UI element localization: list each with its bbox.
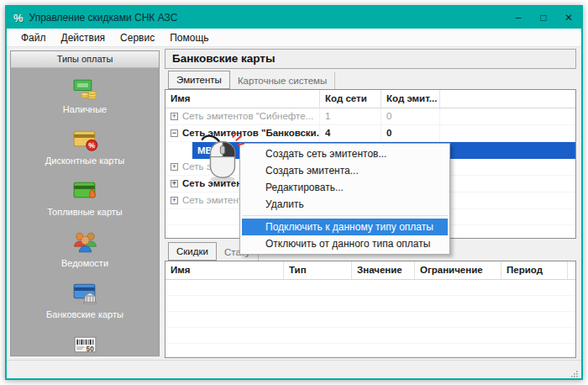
context-menu-item-create-network[interactable]: Создать сеть эмитентов... [240,145,449,162]
people-icon [71,229,99,256]
discount-card-icon: % [71,126,99,154]
emitters-tabstrip: Эмитенты Карточные системы [165,71,576,89]
discounts-table-header: Имя Тип Значение Ограничение Период [165,261,575,280]
collapse-icon[interactable]: − [171,129,178,137]
minimize-button[interactable]: – [506,7,531,29]
sidebar-item-discount-cards[interactable]: % Дисконтные карты [11,124,159,169]
tree-row-label: Сеть эмитентов "Сибнефте... [182,111,313,121]
expand-icon[interactable]: + [171,197,178,204]
tab-discounts[interactable]: Скидки [168,242,217,261]
svg-text:50: 50 [86,345,94,353]
fuel-card-icon [71,177,99,205]
emitters-table-header: Имя Код сети Код эмит... [165,90,575,108]
titlebar: % Управление скидками СНК АЗС – □ ✕ [7,7,581,29]
expand-icon[interactable]: + [171,163,178,171]
svg-text:%: % [88,141,95,150]
sidebar-items: Наличные % Дисконтные карты [11,68,159,381]
tree-indent [165,142,192,159]
sidebar-item-cash[interactable]: Наличные [11,73,159,118]
column-header-empty [440,90,575,108]
sidebar-item-label: Банковские карты [46,309,123,319]
column-header-name[interactable]: Имя [165,90,320,108]
sidebar-item-bank-cards[interactable]: Банковские карты [11,278,159,323]
expand-icon[interactable]: + [171,113,178,120]
sidebar-item-label: Топливные карты [47,207,123,217]
empty-table-row [165,312,575,328]
column-header-empty [568,261,575,279]
sidebar-item-fuel-cards[interactable]: Топливные карты [11,176,159,220]
column-header-net-code[interactable]: Код сети [320,90,381,108]
column-header-period[interactable]: Период [501,261,568,279]
maximize-button[interactable]: □ [531,7,556,29]
sidebar-item-label: Ведомости [61,258,108,268]
mouse-right-click-graphic [198,133,247,185]
context-menu-item-edit[interactable]: Редактировать... [240,179,449,196]
bank-card-icon [71,280,99,308]
menu-service[interactable]: Сервис [113,29,162,47]
column-header-limit[interactable]: Ограничение [415,261,501,279]
page-title: Банковские карты [165,49,576,69]
sidebar-payment-types: Типы оплаты [10,50,160,356]
tree-row-net-code: 4 [320,125,381,141]
tree-row-label: Сеть эмитент [182,195,243,205]
resize-grip[interactable] [570,367,579,376]
tree-row-net-code: 1 [320,108,381,124]
menu-actions[interactable]: Действия [54,29,113,47]
column-header-name[interactable]: Имя [165,261,284,279]
menu-file[interactable]: Файл [13,29,54,47]
tree-row-emit-code: 0 [381,108,440,124]
context-menu-item-attach-payment-type[interactable]: Подключить к данному типу оплаты [242,219,448,235]
sidebar-header: Типы оплаты [11,51,159,68]
column-header-emit-code[interactable]: Код эмит... [381,90,440,108]
window-controls: – □ ✕ [506,7,581,29]
sidebar-item-label: Дисконтные карты [45,156,124,166]
tree-row[interactable]: +Сеть эмитентов "Сибнефте... 1 0 [165,108,575,125]
desktop: % Управление скидками СНК АЗС – □ ✕ Файл… [0,0,588,385]
menubar: Файл Действия Сервис Помощь [7,29,581,47]
coupon-icon: 50 [71,331,99,359]
window-title: Управление скидками СНК АЗС [29,12,178,24]
expand-icon[interactable]: + [171,180,178,187]
cash-icon [71,75,99,103]
percent-app-icon: % [13,12,24,24]
context-menu-item-create-emitter[interactable]: Создать эмитента... [240,162,449,179]
column-header-type[interactable]: Тип [284,261,352,279]
close-button[interactable]: ✕ [556,7,581,29]
sidebar-item-label: Наличные [63,104,107,114]
status-bar [7,360,581,378]
context-menu: Создать сеть эмитентов... Создать эмитен… [239,143,450,255]
column-header-value[interactable]: Значение [352,261,415,279]
discounts-table: Имя Тип Значение Ограничение Период [165,261,576,358]
context-menu-item-detach-payment-type[interactable]: Отключить от данного типа оплаты [240,235,449,252]
tab-card-systems[interactable]: Карточные системы [230,72,335,89]
tab-emitters[interactable]: Эмитенты [168,71,230,89]
menu-help[interactable]: Помощь [162,29,216,47]
context-menu-separator [242,215,448,216]
empty-table-row [165,328,575,344]
tree-row-emit-code: 0 [381,125,440,141]
empty-table-row [165,296,575,312]
sidebar-item-statements[interactable]: Ведомости [11,227,159,272]
empty-table-row [165,280,575,296]
empty-table-row [165,344,575,358]
context-menu-item-delete[interactable]: Удалить [240,196,449,213]
